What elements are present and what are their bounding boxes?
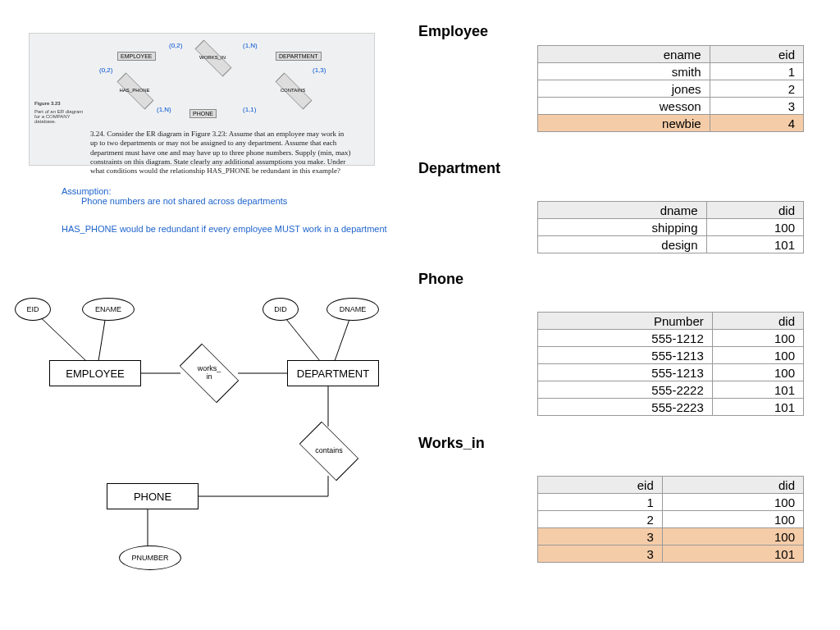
attr-dname: DNAME xyxy=(326,298,379,321)
table-row: newbie4 xyxy=(538,115,804,132)
figure-caption: Part of an ER diagram for a COMPANY data… xyxy=(34,109,84,124)
question-number: 3.24. xyxy=(90,130,105,138)
col-header: did xyxy=(712,313,803,330)
fb-employee: EMPLOYEE xyxy=(117,52,156,61)
card-f: (1,1) xyxy=(243,106,256,113)
fb-department: DEPARTMENT xyxy=(276,52,322,61)
title-phone: Phone xyxy=(418,271,463,288)
assumption-block: Assumption: Phone numbers are not shared… xyxy=(62,186,287,206)
fb-phone: PHONE xyxy=(189,109,217,118)
table-row: 3101 xyxy=(538,546,804,563)
title-department: Department xyxy=(418,160,500,177)
card-a: (0,2) xyxy=(169,42,182,49)
table-row: 3100 xyxy=(538,528,804,546)
entity-employee: EMPLOYEE xyxy=(49,360,141,386)
rel-works-in: works_ in xyxy=(180,349,238,398)
table-row: 555-1213100 xyxy=(538,364,804,381)
table-row: 555-1213100 xyxy=(538,347,804,364)
col-header: eid xyxy=(538,477,663,494)
table-row: 555-2223101 xyxy=(538,399,804,416)
entity-phone: PHONE xyxy=(107,483,199,509)
card-d: (1,3) xyxy=(313,66,326,74)
col-header: did xyxy=(662,477,803,494)
col-header: eid xyxy=(710,46,803,63)
question-text: 3.24. Consider the ER diagram in Figure … xyxy=(90,130,353,176)
col-header: dname xyxy=(538,202,707,219)
card-c: (0,2) xyxy=(99,66,112,74)
table-department: dnamedidshipping100design101 xyxy=(537,201,804,253)
fb-has-phone: HAS_PHONE xyxy=(116,80,153,101)
col-header: Pnumber xyxy=(538,313,713,330)
table-row: 2100 xyxy=(538,511,804,528)
table-row: 1100 xyxy=(538,494,804,511)
table-employee: enameeidsmith1jones2wesson3newbie4 xyxy=(537,45,804,132)
table-row: 555-1212100 xyxy=(538,330,804,347)
table-row: shipping100 xyxy=(538,219,804,236)
table-row: jones2 xyxy=(538,80,804,98)
attr-did: DID xyxy=(262,298,299,321)
title-employee: Employee xyxy=(418,23,488,40)
rel-contains: contains xyxy=(300,427,358,476)
table-row: smith1 xyxy=(538,63,804,80)
attr-pnumber: PNUMBER xyxy=(119,546,181,570)
card-b: (1,N) xyxy=(243,42,258,49)
figure-number: Figure 3.23 xyxy=(34,101,61,106)
table-works-in: eiddid1100210031003101 xyxy=(537,476,804,563)
table-row: wesson3 xyxy=(538,98,804,115)
col-header: did xyxy=(706,202,804,219)
table-row: 555-2222101 xyxy=(538,381,804,399)
attr-eid: EID xyxy=(15,298,51,321)
table-phone: Pnumberdid555-1212100555-1213100555-1213… xyxy=(537,312,804,416)
fb-works-in: WORKS_IN xyxy=(194,47,231,68)
card-e: (1,N) xyxy=(157,106,171,113)
er-diagram: EID ENAME DID DNAME EMPLOYEE DEPARTMENT … xyxy=(8,291,402,603)
entity-department: DEPARTMENT xyxy=(287,360,379,386)
redundant-note: HAS_PHONE would be redundant if every em… xyxy=(62,224,387,234)
col-header: ename xyxy=(538,46,710,63)
fb-contains: CONTAINS xyxy=(274,80,312,101)
title-works-in: Works_in xyxy=(418,435,485,452)
attr-ename: ENAME xyxy=(82,298,135,321)
table-row: design101 xyxy=(538,236,804,253)
